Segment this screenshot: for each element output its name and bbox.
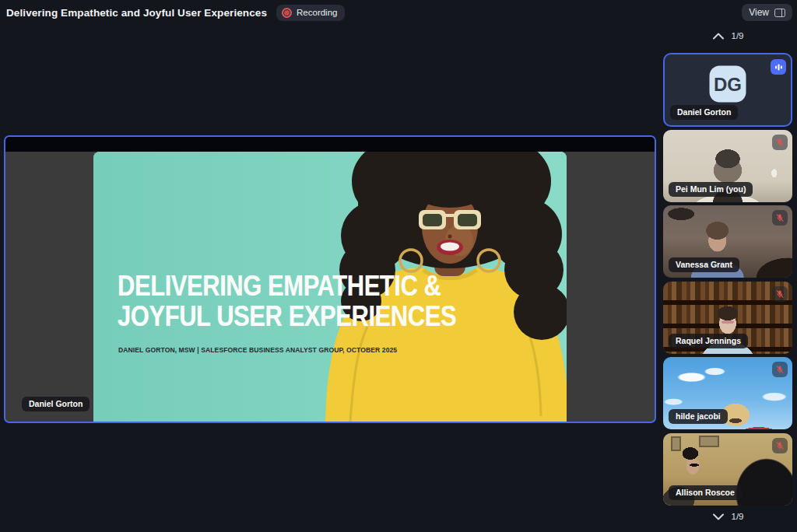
avatar: DG [710,66,746,103]
view-button[interactable]: View [742,4,792,21]
slide-title: DELIVERING EMPATHETIC & JOYFUL USER EXPE… [118,271,456,331]
participant-name-label: Raquel Jennings [669,334,748,348]
wall-art [699,436,719,447]
slide-title-line1: DELIVERING EMPATHETIC & [118,271,456,301]
mic-muted-icon [772,286,788,302]
participant-tile-hilde-jacobi[interactable]: hilde jacobi [663,357,792,429]
mic-muted-icon [772,135,788,150]
top-bar: Delivering Empathetic and Joyful User Ex… [0,0,797,25]
view-button-label: View [749,7,769,18]
view-layout-icon [774,9,785,17]
chevron-down-icon [712,513,725,520]
participant-name-label: Allison Roscoe [669,485,742,500]
gallery-page-up-button[interactable]: 1/9 [663,28,792,44]
recording-badge[interactable]: Recording [276,5,345,21]
participant-name-label: hilde jacobi [669,409,728,424]
participant-tile-vanessa-grant[interactable]: Vanessa Grant [663,205,792,278]
shared-screen: DELIVERING EMPATHETIC & JOYFUL USER EXPE… [4,135,656,423]
audio-level-icon [771,59,786,75]
participant-name-label: Vanessa Grant [669,257,739,272]
meeting-window: Delivering Empathetic and Joyful User Ex… [0,0,797,532]
wall-art [671,436,681,451]
record-dot-icon [282,8,292,18]
participant-name-label: Pei Mun Lim (you) [669,182,753,197]
mic-muted-icon [772,210,788,226]
participant-tile-daniel-gorton[interactable]: DG Daniel Gorton [663,53,792,127]
gallery-page-down-button[interactable]: 1/9 [663,509,792,524]
participant-tile-raquel-jennings[interactable]: Raquel Jennings [663,282,792,354]
mic-muted-icon [772,362,788,377]
gallery-page-indicator: 1/9 [732,512,744,521]
participant-tile-pei-mun-lim[interactable]: Pei Mun Lim (you) [663,130,792,202]
meeting-title: Delivering Empathetic and Joyful User Ex… [6,7,267,19]
gallery-page-indicator: 1/9 [732,31,744,40]
recording-label: Recording [297,8,337,17]
slide-subtitle: DANIEL GORTON, MSW | SALESFORCE BUSINESS… [118,346,397,354]
presenter-name-label: Daniel Gorton [22,397,90,411]
mic-muted-icon [772,438,788,453]
chevron-up-icon [712,33,725,40]
participant-name-label: Daniel Gorton [670,105,738,120]
presentation-slide: DELIVERING EMPATHETIC & JOYFUL USER EXPE… [93,152,567,422]
slide-title-line2: JOYFUL USER EXPERIENCES [118,301,456,331]
participant-tile-allison-roscoe[interactable]: Allison Roscoe [663,433,792,506]
presentation-top-strip [5,137,655,152]
